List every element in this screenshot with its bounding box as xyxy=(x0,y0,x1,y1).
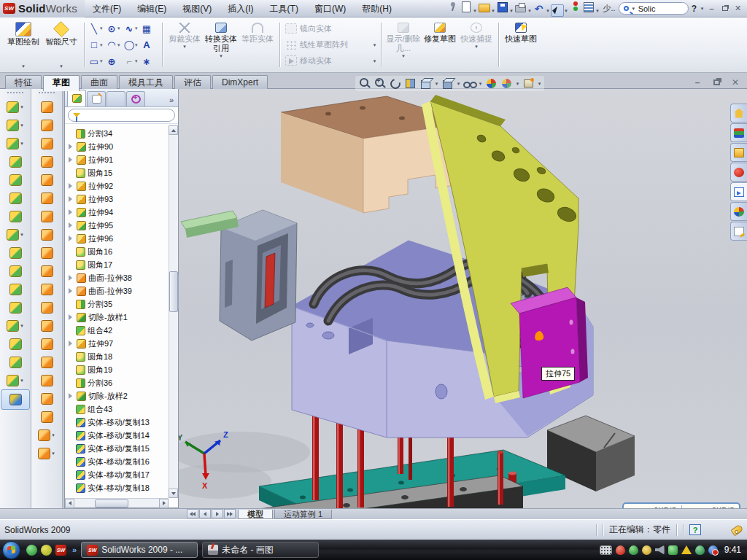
tree-filter-input[interactable] xyxy=(68,109,175,122)
select-box-icon[interactable]: ▦ xyxy=(141,23,152,34)
move-copy-button[interactable] xyxy=(1,298,30,316)
start-button[interactable] xyxy=(0,540,22,560)
tree-item[interactable]: 拉伸94 xyxy=(65,206,169,219)
slot-dropdown-icon[interactable]: ▾ xyxy=(100,58,106,64)
mid-surface-button[interactable] xyxy=(32,408,61,426)
toolbar-drag-handle[interactable] xyxy=(39,92,55,95)
curve-2-button[interactable]: ▾ xyxy=(32,444,61,462)
view-orientation-dropdown-icon[interactable]: ▾ xyxy=(434,81,439,87)
certificate-icon[interactable] xyxy=(642,545,651,555)
part-clamp-block-gray[interactable] xyxy=(220,210,297,341)
expand-arrow-icon[interactable] xyxy=(69,209,72,215)
edit-appearance-icon[interactable] xyxy=(484,77,498,90)
tree-item[interactable]: 拉伸90 xyxy=(65,140,169,153)
extrude-boss-dropdown-icon[interactable]: ▾ xyxy=(20,104,24,110)
menu-w[interactable]: 窗口(W) xyxy=(306,0,354,18)
toolbar-overflow-label[interactable]: 少.. xyxy=(601,3,618,14)
tree-item[interactable]: 组合43 xyxy=(65,402,169,416)
tree-item[interactable]: 拉伸97 xyxy=(65,337,169,350)
apply-scene-dropdown-icon[interactable]: ▾ xyxy=(515,81,520,87)
tab-模具工具[interactable]: 模具工具 xyxy=(119,75,173,89)
linear-pattern-dropdown-icon[interactable]: ▾ xyxy=(20,232,24,238)
reference-point-dropdown-icon[interactable]: ▾ xyxy=(20,323,24,329)
apply-scene-icon[interactable] xyxy=(500,77,514,90)
修复草图-button[interactable]: 修复草图 xyxy=(422,20,458,70)
tree-item[interactable]: 实体-移动/复制17 xyxy=(65,468,169,481)
revolved-surface-button[interactable] xyxy=(32,116,61,134)
options-list-icon[interactable] xyxy=(582,1,595,14)
line-icon[interactable]: ╲ xyxy=(88,23,100,34)
dropdown-icon[interactable]: ▾ xyxy=(59,63,64,69)
menu-i[interactable]: 插入(I) xyxy=(220,0,261,18)
line-dropdown-icon[interactable]: ▾ xyxy=(100,26,106,31)
curve-dropdown-icon[interactable]: ▾ xyxy=(20,378,24,384)
bodies-button[interactable] xyxy=(1,280,30,298)
select-arrow-icon[interactable] xyxy=(551,4,564,17)
security-icon[interactable] xyxy=(41,545,52,556)
trim-surface-button[interactable] xyxy=(32,335,61,353)
search-box[interactable]: ▾ xyxy=(619,2,689,15)
new-document-icon[interactable] xyxy=(460,1,473,13)
sketch-button[interactable]: 草图绘制▾ xyxy=(4,20,42,70)
minimize-button[interactable]: – xyxy=(705,3,718,14)
rectangle-dropdown-icon[interactable]: ▾ xyxy=(100,42,106,48)
options-list-dropdown-icon[interactable]: ▾ xyxy=(595,8,600,14)
arc-icon[interactable]: ◠ xyxy=(106,39,117,51)
tree-item[interactable]: 分割34 xyxy=(65,127,169,140)
sketch-fillet-icon[interactable]: ⌐ xyxy=(123,55,135,67)
reference-point-button[interactable]: ▾ xyxy=(1,316,30,335)
swept-surface-button[interactable] xyxy=(32,98,61,116)
keyboard-icon[interactable] xyxy=(600,545,612,555)
tab-DimXpert[interactable]: DimXpert xyxy=(212,75,268,89)
restore-button[interactable] xyxy=(719,3,731,14)
save-icon[interactable] xyxy=(496,1,509,14)
sketch-fillet-dropdown-icon[interactable]: ▾ xyxy=(135,58,141,64)
tree-item[interactable]: 曲面-拉伸38 xyxy=(65,271,169,284)
solidworks-icon[interactable]: SW xyxy=(55,545,66,556)
view-orientation-icon[interactable] xyxy=(419,77,433,90)
smart-dimension-button[interactable]: 智能尺寸▾ xyxy=(42,20,80,70)
tree-item[interactable]: 切除-放样2 xyxy=(65,389,169,402)
fillet-dropdown-icon[interactable]: ▾ xyxy=(20,141,24,147)
view-rotate-icon[interactable] xyxy=(388,77,402,90)
scroll-left-button[interactable] xyxy=(65,499,74,508)
antivirus-red-icon[interactable] xyxy=(616,545,625,555)
appearances-tab[interactable] xyxy=(730,202,747,221)
search-input[interactable] xyxy=(638,4,676,13)
lofted-surface-button[interactable] xyxy=(32,152,61,171)
axis-button[interactable] xyxy=(1,353,30,371)
tag-icon[interactable] xyxy=(730,524,743,536)
tree-item[interactable]: 拉伸96 xyxy=(65,232,169,245)
horizontal-scroll-thumb[interactable] xyxy=(95,499,128,508)
expand-arrow-icon[interactable] xyxy=(69,222,72,228)
surface-fillet-button[interactable] xyxy=(32,389,61,408)
select-arrow-dropdown-icon[interactable]: ▾ xyxy=(564,8,569,14)
new-document-dropdown-icon[interactable]: ▾ xyxy=(473,8,478,14)
undo-dropdown-icon[interactable]: ▾ xyxy=(546,8,551,14)
tree-item[interactable]: 组合42 xyxy=(65,324,169,337)
zoom-area-icon[interactable]: + xyxy=(373,77,387,90)
tree-item[interactable]: 圆角15 xyxy=(65,166,169,179)
dropdown-icon[interactable]: ▾ xyxy=(219,53,224,59)
tree-item[interactable]: 曲面-拉伸39 xyxy=(65,284,169,298)
tree-item[interactable]: 切除-放样1 xyxy=(65,311,169,324)
fillet-button[interactable]: ▾ xyxy=(1,134,30,152)
radiate-surface-button[interactable] xyxy=(32,371,61,389)
scroll-down-button[interactable] xyxy=(169,489,178,498)
tree-horizontal-scrollbar[interactable] xyxy=(65,498,169,508)
tree-item[interactable]: 实体-移动/复制18 xyxy=(65,481,169,494)
scroll-up-button[interactable] xyxy=(169,125,178,135)
pushpin-icon[interactable] xyxy=(446,0,460,12)
search-dropdown-icon[interactable]: ▾ xyxy=(631,6,636,12)
reference-point-2-button[interactable]: ▾ xyxy=(32,426,61,444)
tree-vertical-scrollbar[interactable] xyxy=(169,125,178,498)
home-tab[interactable] xyxy=(730,104,747,122)
reference-point-2-dropdown-icon[interactable]: ▾ xyxy=(51,432,55,438)
combine-button[interactable] xyxy=(1,244,30,262)
alert-yellow-icon[interactable] xyxy=(681,545,692,554)
vertical-scroll-thumb[interactable] xyxy=(169,271,178,312)
property-manager-tab[interactable] xyxy=(87,91,106,106)
tree-item[interactable]: 实体-移动/复制16 xyxy=(65,455,169,468)
转换实体引用-button[interactable]: 转换实体引用▾ xyxy=(203,20,239,70)
tree-item[interactable]: 拉伸93 xyxy=(65,192,169,206)
